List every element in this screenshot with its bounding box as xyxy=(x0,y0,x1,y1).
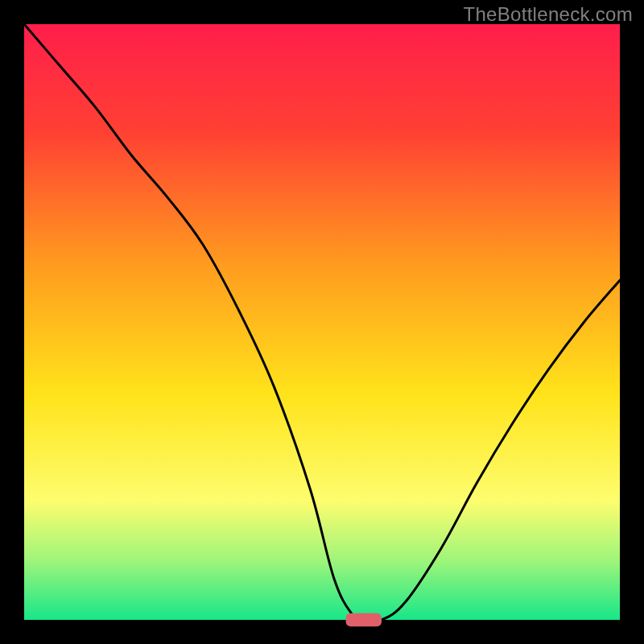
optimal-marker xyxy=(346,613,382,626)
watermark-text: TheBottleneck.com xyxy=(463,3,633,26)
bottleneck-chart xyxy=(0,0,644,644)
chart-frame: TheBottleneck.com xyxy=(0,0,644,644)
